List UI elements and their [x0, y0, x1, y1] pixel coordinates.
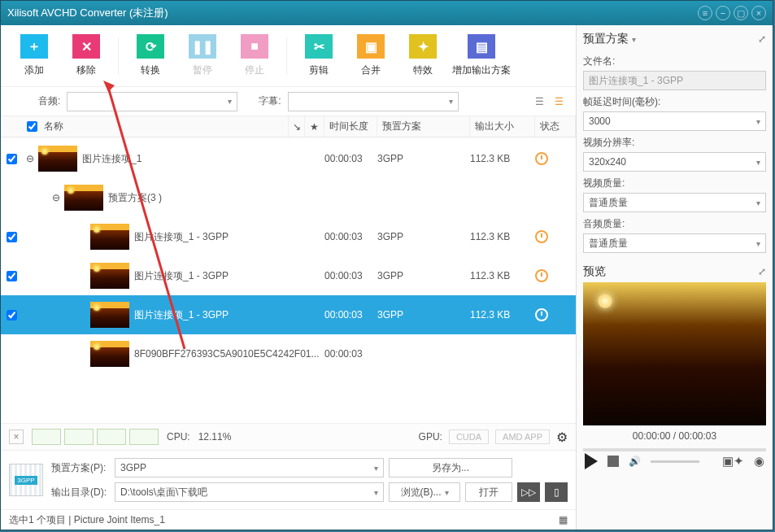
stop-button[interactable]: ■停止 [229, 34, 280, 77]
preview-time: 00:00:00 / 00:00:03 [583, 425, 766, 447]
thumbnail [38, 146, 77, 172]
convert-start-button[interactable]: ▷▷ [517, 482, 540, 502]
toolbar: ＋添加 ✕移除 ⟳转换 ❚❚暂停 ■停止 ✂剪辑 ▣合并 ✦特效 ▤增加输出方案 [1, 25, 576, 87]
effects-button[interactable]: ✦特效 [398, 34, 448, 77]
row-duration: 00:00:03 [324, 348, 377, 360]
list-row[interactable]: 图片连接项_1 - 3GPP 00:00:03 3GPP 112.3 KB [1, 256, 576, 295]
thumbnail [90, 302, 129, 328]
expand-icon[interactable]: ⊖ [22, 153, 38, 164]
thumbnail [90, 224, 129, 250]
row-checkbox[interactable] [7, 271, 17, 281]
list-row[interactable]: ⊖ 图片连接项_1 00:00:03 3GPP 112.3 KB [1, 139, 576, 178]
row-status [535, 230, 576, 243]
row-size: 112.3 KB [470, 309, 535, 321]
delay-label: 帧延迟时间(毫秒): [583, 95, 766, 109]
row-duration: 00:00:03 [324, 231, 377, 242]
status-text: 选中1 个项目 | Picture Joint Items_1 [9, 513, 165, 527]
cut-button[interactable]: ✂剪辑 [294, 34, 344, 77]
profile-select[interactable]: 3GPP▾ [115, 458, 384, 477]
minimize-icon[interactable]: − [716, 6, 730, 20]
preview-section-title: 预览 [583, 264, 606, 279]
selector-row: 音频: ▾ 字幕: ▾ ☰ ☰ [1, 87, 576, 116]
col-size[interactable]: 输出大小 [470, 116, 535, 137]
row-checkbox[interactable] [7, 154, 17, 164]
snapshot-icon[interactable]: ▣✦ [722, 454, 744, 469]
col-arrow[interactable]: ↘ [289, 116, 305, 137]
add-button[interactable]: ＋添加 [9, 34, 59, 77]
audioquality-select[interactable]: 普通质量▾ [583, 233, 766, 253]
expand-icon[interactable]: ⤢ [758, 33, 766, 45]
open-button[interactable]: 打开 [465, 482, 512, 502]
camera-icon[interactable]: ◉ [754, 454, 764, 469]
close-cpu-icon[interactable]: × [9, 430, 24, 444]
expand-icon[interactable]: ⤢ [758, 266, 766, 277]
preview-area[interactable] [583, 282, 766, 425]
col-duration[interactable]: 时间长度 [324, 116, 377, 137]
browse-button[interactable]: 浏览(B)...▾ [389, 482, 460, 502]
chevron-down-icon: ▾ [756, 158, 760, 167]
row-checkbox[interactable] [7, 310, 17, 321]
row-duration: 00:00:03 [324, 153, 377, 164]
cpu-bars [32, 429, 159, 445]
row-checkbox[interactable] [7, 232, 17, 242]
right-pane: 预置方案▾⤢ 文件名: 图片连接项_1 - 3GPP 帧延迟时间(毫秒): 30… [577, 25, 773, 530]
col-preset[interactable]: 预置方案 [377, 116, 470, 137]
preview-slider[interactable] [583, 448, 766, 451]
stop-button[interactable] [607, 456, 619, 467]
play-button[interactable] [585, 453, 598, 469]
info-icon[interactable]: ▦ [559, 514, 568, 525]
col-star[interactable]: ★ [305, 116, 324, 137]
device-button[interactable]: ▯ [545, 482, 568, 502]
list-row[interactable]: ⊖ 预置方案(3 ) [1, 178, 576, 217]
expand-icon[interactable]: ⊖ [48, 192, 64, 203]
col-status[interactable]: 状态 [535, 116, 576, 137]
close-icon[interactable]: × [751, 6, 766, 20]
row-size: 112.3 KB [470, 270, 535, 281]
chevron-down-icon: ▾ [756, 198, 760, 207]
audioquality-label: 音频质量: [583, 217, 766, 231]
subtitle-select[interactable]: ▾ [288, 92, 459, 111]
saveas-button[interactable]: 另存为... [389, 458, 512, 477]
volume-slider[interactable] [651, 460, 699, 463]
view-grid-icon[interactable]: ☰ [551, 95, 566, 108]
profile-icon: 3GPP [9, 464, 43, 496]
titlebar[interactable]: Xilisoft AVCHD Converter (未注册) ≡ − ▢ × [1, 1, 773, 25]
row-duration: 00:00:03 [324, 270, 377, 281]
cuda-chip[interactable]: CUDA [449, 430, 489, 444]
dir-select[interactable]: D:\tools\桌面\下载吧▾ [115, 482, 384, 502]
resolution-select[interactable]: 320x240▾ [583, 152, 766, 172]
chevron-down-icon: ▾ [756, 239, 760, 248]
thumbnail [90, 341, 129, 367]
clock-icon [535, 230, 548, 243]
list-row[interactable]: 图片连接项_1 - 3GPP 00:00:03 3GPP 112.3 KB [1, 217, 576, 256]
header-checkbox[interactable] [27, 121, 37, 132]
chevron-down-icon[interactable]: ▾ [632, 35, 636, 44]
pause-button[interactable]: ❚❚暂停 [177, 34, 228, 77]
clock-icon [535, 152, 548, 165]
list-row[interactable]: 图片连接项_1 - 3GPP 00:00:03 3GPP 112.3 KB [1, 295, 576, 334]
add-profile-button[interactable]: ▤增加输出方案 [450, 34, 513, 77]
volume-icon[interactable]: 🔊 [629, 456, 641, 467]
delay-select[interactable]: 3000▾ [583, 111, 766, 131]
merge-button[interactable]: ▣合并 [346, 34, 396, 77]
filename-label: 文件名: [583, 55, 766, 68]
convert-button[interactable]: ⟳转换 [125, 34, 176, 77]
row-status [535, 269, 576, 282]
dir-label: 输出目录(D): [51, 486, 110, 499]
chevron-down-icon: ▾ [374, 464, 378, 473]
remove-button[interactable]: ✕移除 [61, 34, 111, 77]
app-window: Xilisoft AVCHD Converter (未注册) ≡ − ▢ × ＋… [0, 0, 773, 530]
list-row[interactable]: 8F090BFF276393C5A9010E5C4242F01... 00:00… [1, 334, 576, 373]
thumbnail [90, 263, 129, 289]
filename-input[interactable]: 图片连接项_1 - 3GPP [583, 71, 766, 90]
maximize-icon[interactable]: ▢ [734, 6, 748, 20]
videoquality-select[interactable]: 普通质量▾ [583, 193, 766, 212]
menu-icon[interactable]: ≡ [698, 6, 712, 20]
profile-label: 预置方案(P): [51, 461, 110, 475]
gear-icon[interactable]: ⚙ [556, 430, 568, 445]
col-name[interactable]: 名称 [44, 120, 63, 133]
view-list-icon[interactable]: ☰ [532, 95, 546, 108]
row-preset: 3GPP [377, 270, 470, 281]
file-list: ⊖ 图片连接项_1 00:00:03 3GPP 112.3 KB ⊖ 预置方案(… [1, 137, 576, 423]
amd-chip[interactable]: AMD APP [495, 430, 550, 444]
